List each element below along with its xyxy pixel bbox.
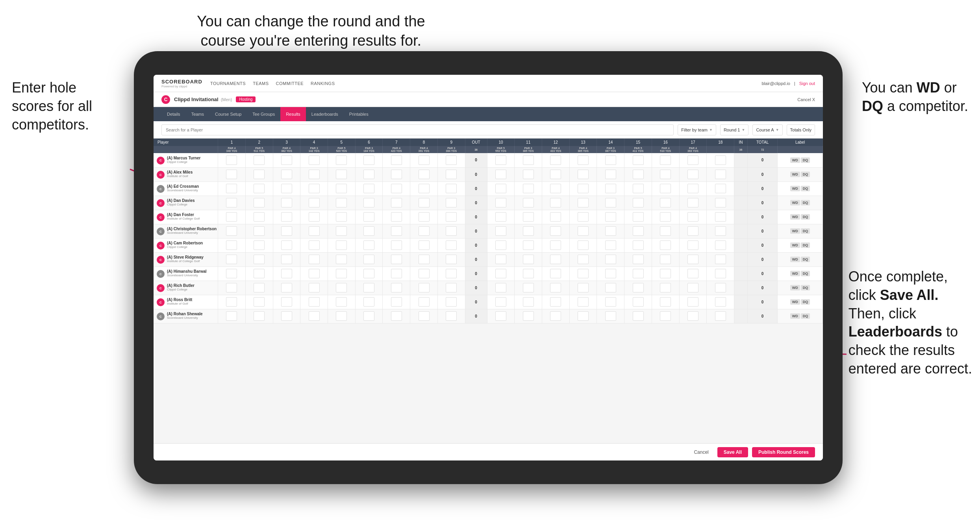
hole-1-input[interactable]	[226, 240, 237, 250]
hole-2-cell[interactable]	[245, 252, 273, 266]
hole-4-cell[interactable]	[300, 295, 328, 309]
hole-17-input[interactable]	[687, 283, 698, 292]
hole-2-cell[interactable]	[245, 238, 273, 252]
hole-16-cell[interactable]	[652, 266, 679, 281]
hole-17-input[interactable]	[687, 226, 698, 236]
hole-16-input[interactable]	[660, 184, 671, 193]
hole-8-cell[interactable]	[410, 224, 438, 238]
hole-9-input[interactable]	[446, 269, 457, 278]
tab-details[interactable]: Details	[161, 107, 186, 121]
hole-15-input[interactable]	[633, 226, 644, 236]
hole-2-cell[interactable]	[245, 281, 273, 295]
hole-17-input[interactable]	[687, 240, 698, 250]
hole-7-input[interactable]	[391, 269, 402, 278]
hole-7-cell[interactable]	[383, 181, 410, 196]
hole-11-input[interactable]	[523, 170, 534, 179]
hole-1-input[interactable]	[226, 155, 237, 165]
hole-17-input[interactable]	[687, 255, 698, 264]
dq-button[interactable]: DQ	[801, 200, 810, 205]
hole-12-cell[interactable]	[542, 281, 570, 295]
hole-14-cell[interactable]	[597, 238, 624, 252]
hole-10-input[interactable]	[495, 269, 506, 278]
hole-12-input[interactable]	[550, 170, 561, 179]
hole-6-cell[interactable]	[355, 167, 383, 181]
hole-10-cell[interactable]	[487, 153, 515, 167]
hole-2-input[interactable]	[254, 240, 265, 250]
hole-1-input[interactable]	[226, 212, 237, 222]
hole-8-input[interactable]	[419, 184, 430, 193]
hole-17-input[interactable]	[687, 269, 698, 278]
hole-8-cell[interactable]	[410, 196, 438, 210]
hole-9-cell[interactable]	[437, 196, 465, 210]
hole-18-input[interactable]	[715, 212, 726, 222]
hole-15-cell[interactable]	[624, 252, 652, 266]
hole-17-input[interactable]	[687, 311, 698, 321]
wd-button[interactable]: WD	[790, 285, 800, 290]
hole-9-input[interactable]	[446, 240, 457, 250]
hole-1-cell[interactable]	[218, 224, 246, 238]
hole-1-cell[interactable]	[218, 309, 246, 323]
hole-12-input[interactable]	[550, 297, 561, 307]
hole-7-cell[interactable]	[383, 196, 410, 210]
hole-16-cell[interactable]	[652, 281, 679, 295]
hole-18-input[interactable]	[715, 184, 726, 193]
hole-5-input[interactable]	[336, 311, 347, 321]
wd-button[interactable]: WD	[790, 200, 800, 205]
hole-9-cell[interactable]	[437, 167, 465, 181]
hole-3-cell[interactable]	[273, 266, 300, 281]
hole-12-input[interactable]	[550, 155, 561, 165]
hole-3-cell[interactable]	[273, 309, 300, 323]
hole-9-input[interactable]	[446, 297, 457, 307]
hole-2-cell[interactable]	[245, 181, 273, 196]
hole-3-input[interactable]	[281, 212, 292, 222]
hole-8-input[interactable]	[419, 283, 430, 292]
hole-1-input[interactable]	[226, 297, 237, 307]
hole-8-input[interactable]	[419, 198, 430, 207]
hole-14-input[interactable]	[605, 212, 616, 222]
hole-2-cell[interactable]	[245, 266, 273, 281]
hole-15-input[interactable]	[633, 198, 644, 207]
hole-9-cell[interactable]	[437, 153, 465, 167]
wd-button[interactable]: WD	[790, 299, 800, 305]
hole-11-input[interactable]	[523, 283, 534, 292]
hole-7-cell[interactable]	[383, 281, 410, 295]
hole-16-cell[interactable]	[652, 238, 679, 252]
hole-6-cell[interactable]	[355, 238, 383, 252]
hole-12-input[interactable]	[550, 226, 561, 236]
hole-15-input[interactable]	[633, 255, 644, 264]
hole-6-cell[interactable]	[355, 224, 383, 238]
hole-5-cell[interactable]	[328, 266, 355, 281]
hole-5-cell[interactable]	[328, 196, 355, 210]
hole-12-cell[interactable]	[542, 210, 570, 224]
hole-10-input[interactable]	[495, 170, 506, 179]
hole-2-cell[interactable]	[245, 196, 273, 210]
hole-10-cell[interactable]	[487, 181, 515, 196]
hole-12-input[interactable]	[550, 283, 561, 292]
hole-18-cell[interactable]	[707, 238, 734, 252]
hole-16-input[interactable]	[660, 269, 671, 278]
hole-12-input[interactable]	[550, 184, 561, 193]
hole-13-cell[interactable]	[569, 153, 597, 167]
hole-9-cell[interactable]	[437, 309, 465, 323]
hole-13-input[interactable]	[578, 212, 589, 222]
hole-7-cell[interactable]	[383, 224, 410, 238]
hole-16-cell[interactable]	[652, 153, 679, 167]
hole-15-cell[interactable]	[624, 153, 652, 167]
hole-18-cell[interactable]	[707, 196, 734, 210]
hole-5-cell[interactable]	[328, 295, 355, 309]
hole-1-input[interactable]	[226, 283, 237, 292]
hole-10-cell[interactable]	[487, 167, 515, 181]
hole-15-cell[interactable]	[624, 295, 652, 309]
hole-14-cell[interactable]	[597, 181, 624, 196]
wd-button[interactable]: WD	[790, 242, 800, 248]
hole-6-input[interactable]	[363, 269, 374, 278]
hole-2-input[interactable]	[254, 283, 265, 292]
hole-13-cell[interactable]	[569, 252, 597, 266]
hole-5-input[interactable]	[336, 240, 347, 250]
hole-15-input[interactable]	[633, 311, 644, 321]
hole-13-cell[interactable]	[569, 196, 597, 210]
hole-11-cell[interactable]	[515, 224, 542, 238]
hole-10-input[interactable]	[495, 198, 506, 207]
hole-14-input[interactable]	[605, 198, 616, 207]
cancel-button[interactable]: Cancel	[689, 447, 713, 457]
